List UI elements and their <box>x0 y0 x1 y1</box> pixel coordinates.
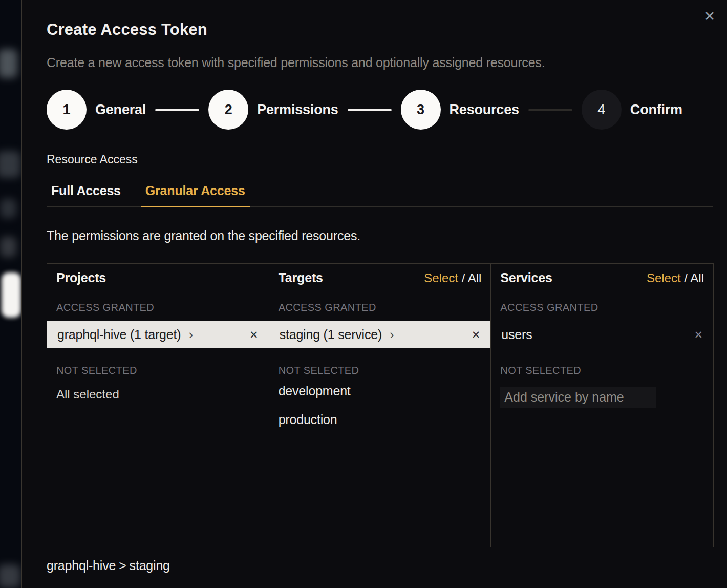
step-number: 2 <box>225 102 232 118</box>
tab-granular-access[interactable]: Granular Access <box>141 183 250 207</box>
step-label: General <box>95 102 146 118</box>
remove-icon: ✕ <box>249 329 259 341</box>
step-number: 4 <box>597 102 605 118</box>
access-granted-label: ACCESS GRANTED <box>279 302 482 313</box>
step-general[interactable]: 1 General <box>47 90 146 130</box>
resources-description: The permissions are granted on the speci… <box>47 228 360 243</box>
step-label: Resources <box>450 102 519 118</box>
services-select-link[interactable]: Select <box>647 271 681 285</box>
targets-column: Targets Select / All ACCESS GRANTED stag… <box>269 264 491 547</box>
remove-project-button[interactable]: ✕ <box>249 329 259 340</box>
projects-header-title: Projects <box>56 270 106 285</box>
step-confirm[interactable]: 4 Confirm <box>582 90 682 130</box>
services-all-link[interactable]: All <box>690 271 704 285</box>
add-service-input[interactable] <box>500 387 656 408</box>
step-circle: 4 <box>582 90 622 130</box>
step-permissions[interactable]: 2 Permissions <box>208 90 338 130</box>
targets-select-all: Select / All <box>424 271 481 285</box>
step-circle: 2 <box>208 90 248 130</box>
step-number: 3 <box>417 102 424 118</box>
not-selected-label: NOT SELECTED <box>500 365 704 376</box>
background-blur-blob <box>0 199 16 218</box>
services-select-all: Select / All <box>647 271 704 285</box>
step-circle: 1 <box>47 90 87 130</box>
select-all-separator: / <box>681 271 691 285</box>
background-blur-blob <box>0 237 16 257</box>
remove-icon: ✕ <box>472 329 481 341</box>
background-page-strip <box>0 0 21 588</box>
background-blur-blob <box>0 564 20 588</box>
projects-column: Projects ACCESS GRANTED graphql-hive (1 … <box>47 264 269 547</box>
close-button[interactable]: ✕ <box>700 7 719 26</box>
remove-target-button[interactable]: ✕ <box>472 329 481 340</box>
target-name: staging (1 service) <box>280 327 382 342</box>
select-all-separator: / <box>458 271 468 285</box>
breadcrumb-separator: > <box>119 558 126 573</box>
projects-column-header: Projects <box>47 264 269 292</box>
create-access-token-modal: ✕ Create Access Token Create a new acces… <box>21 0 727 588</box>
targets-header-title: Targets <box>279 270 323 285</box>
remove-icon: ✕ <box>694 329 703 341</box>
background-blur-blob <box>0 49 17 78</box>
resources-table: Projects ACCESS GRANTED graphql-hive (1 … <box>47 263 714 547</box>
services-column: Services Select / All ACCESS GRANTED use… <box>491 264 713 547</box>
project-name: graphql-hive (1 target) <box>57 327 181 342</box>
step-connector <box>348 109 392 111</box>
step-number: 1 <box>62 102 70 118</box>
services-header-title: Services <box>500 270 552 285</box>
step-circle: 3 <box>401 90 441 130</box>
services-column-header: Services Select / All <box>491 264 713 292</box>
modal-subtitle: Create a new access token with specified… <box>47 55 545 70</box>
breadcrumb: graphql-hive>staging <box>47 558 173 573</box>
targets-all-link[interactable]: All <box>468 271 482 285</box>
targets-column-header: Targets Select / All <box>269 264 491 292</box>
target-item[interactable]: production <box>269 405 491 434</box>
modal-title: Create Access Token <box>47 20 207 39</box>
not-selected-label: NOT SELECTED <box>56 365 260 376</box>
remove-service-button[interactable]: ✕ <box>694 329 703 340</box>
service-name: users <box>501 327 532 342</box>
step-label: Permissions <box>257 102 338 118</box>
tab-full-access[interactable]: Full Access <box>47 183 125 207</box>
targets-select-link[interactable]: Select <box>424 271 458 285</box>
background-blur-card <box>2 272 21 318</box>
access-granted-label: ACCESS GRANTED <box>56 302 260 313</box>
chevron-right-icon: › <box>188 328 193 341</box>
granted-service-row: users ✕ <box>491 321 713 348</box>
target-item[interactable]: development <box>269 376 491 405</box>
breadcrumb-project: graphql-hive <box>47 558 116 573</box>
background-blur-blob <box>0 151 20 178</box>
close-icon: ✕ <box>704 9 716 24</box>
selected-target-row[interactable]: staging (1 service) › ✕ <box>269 321 491 348</box>
access-mode-tabs: Full Access Granular Access <box>47 183 713 207</box>
breadcrumb-target: staging <box>130 558 170 573</box>
step-connector <box>528 109 572 111</box>
access-granted-label: ACCESS GRANTED <box>500 302 704 313</box>
all-selected-note: All selected <box>56 387 260 402</box>
resource-access-heading: Resource Access <box>47 153 138 166</box>
not-selected-label: NOT SELECTED <box>279 365 482 376</box>
step-resources[interactable]: 3 Resources <box>401 90 519 130</box>
selected-project-row[interactable]: graphql-hive (1 target) › ✕ <box>47 321 269 348</box>
step-label: Confirm <box>630 102 682 118</box>
chevron-right-icon: › <box>390 328 394 341</box>
step-connector <box>155 109 199 111</box>
wizard-stepper: 1 General 2 Permissions 3 Resources 4 Co… <box>47 89 682 130</box>
